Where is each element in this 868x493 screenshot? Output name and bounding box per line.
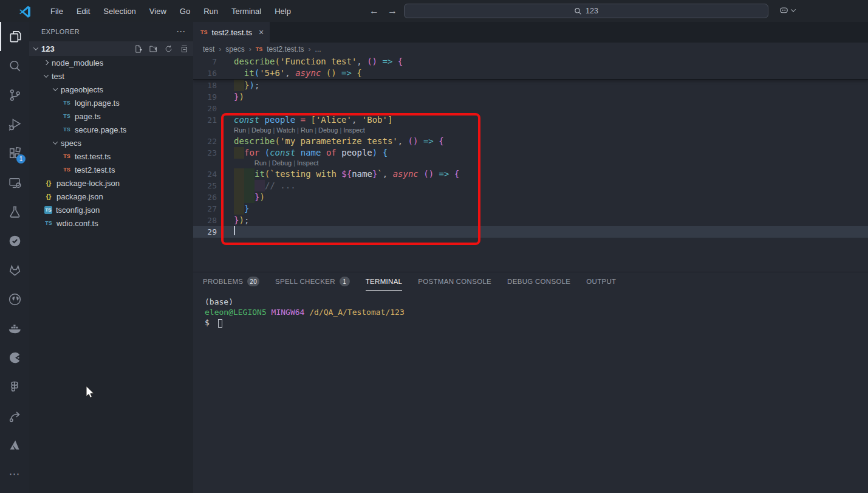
activity-extensions[interactable]: 1	[0, 139, 29, 168]
menu-view[interactable]: View	[144, 4, 172, 18]
activity-github[interactable]	[0, 284, 29, 314]
code-line-24[interactable]: 24it(`testing with ${name}`, async () =>…	[193, 168, 868, 180]
breadcrumb-test[interactable]: test	[203, 45, 214, 53]
code-line-23[interactable]: 23for (const name of people) {	[193, 147, 868, 159]
codelens-separator: |	[295, 126, 301, 134]
code-line-7[interactable]: 7describe('Function test', () => {	[193, 56, 868, 67]
panel-tab-problems[interactable]: PROBLEMS 20	[203, 272, 259, 291]
code-token: =>	[382, 56, 392, 67]
code-token: of	[326, 147, 337, 159]
activity-testing[interactable]	[0, 197, 29, 226]
tree-file-test-test-ts[interactable]: TStest.test.ts	[29, 150, 193, 163]
code-token: ,	[383, 168, 393, 180]
codelens-debug[interactable]: Debug	[318, 126, 338, 134]
codelens-run[interactable]: Run	[255, 159, 267, 167]
code-line-22[interactable]: 22describe('my parameterize tests', () =…	[193, 136, 868, 147]
codelens-debug[interactable]: Debug	[251, 126, 271, 134]
code-line-20[interactable]: 20	[193, 103, 868, 114]
new-folder-icon[interactable]	[149, 44, 158, 53]
code-line-25[interactable]: 25// ...	[193, 180, 868, 191]
codelens-inspect[interactable]: Inspect	[297, 159, 318, 167]
terminal-content[interactable]: (base) eleon@LEGION5 MINGW64 /d/QA_A/Tes…	[193, 291, 868, 328]
activity-docker[interactable]	[0, 314, 29, 343]
title-bar: File Edit Selection View Go Run Terminal…	[0, 0, 868, 22]
terminal-input-line[interactable]: $	[205, 317, 868, 328]
menu-selection[interactable]: Selection	[98, 4, 141, 18]
code-token	[449, 168, 454, 180]
tree-file-wdio-conf-ts[interactable]: TSwdio.conf.ts	[29, 216, 193, 230]
command-center-search[interactable]: 123	[404, 4, 768, 18]
panel-tab-output[interactable]: OUTPUT	[586, 272, 616, 291]
tree-file-login-page-ts[interactable]: TSlogin.page.ts	[29, 96, 193, 109]
activity-gitlab[interactable]	[0, 255, 29, 284]
line-number: 18	[193, 80, 217, 91]
refresh-icon[interactable]	[164, 44, 173, 53]
menu-edit[interactable]: Edit	[71, 4, 95, 18]
breadcrumb-specs[interactable]: specs	[225, 45, 244, 53]
nav-forward-icon[interactable]: →	[386, 5, 398, 16]
code-token: {	[383, 147, 388, 159]
codelens-run[interactable]: Run	[301, 126, 313, 134]
tree-folder-node-modules[interactable]: node_modules	[29, 56, 193, 69]
menu-help[interactable]: Help	[269, 4, 296, 18]
explorer-more-icon[interactable]: ⋯	[176, 26, 186, 37]
tree-file-test2-test-ts[interactable]: TStest2.test.ts	[29, 163, 193, 176]
file-tree: node_modulestestpageobjectsTSlogin.page.…	[29, 56, 193, 230]
code-line-19[interactable]: 19})	[193, 91, 868, 103]
code-line-21[interactable]: 21const people = ['Alice', 'Bob']	[193, 114, 868, 126]
menu-file[interactable]: File	[45, 4, 69, 18]
explorer-root-folder[interactable]: 123	[29, 41, 193, 56]
tab-label: DEBUG CONSOLE	[507, 278, 570, 285]
activity-figma[interactable]	[0, 372, 29, 401]
codelens-debug[interactable]: Debug	[272, 159, 292, 167]
activity-share-arrow[interactable]	[0, 401, 29, 430]
code-line-29[interactable]: 29	[193, 226, 868, 238]
breadcrumb-symbol[interactable]: ...	[315, 45, 321, 53]
search-icon	[7, 58, 22, 74]
tab-close-icon[interactable]: ×	[259, 27, 264, 37]
activity-azure[interactable]	[0, 430, 29, 460]
activity-remote-explorer[interactable]	[0, 168, 29, 197]
code-line-27[interactable]: 27}	[193, 203, 868, 215]
tree-file-page-ts[interactable]: TSpage.ts	[29, 109, 193, 123]
code-editor[interactable]: 7describe('Function test', () => {16 it(…	[193, 56, 868, 272]
code-line-26[interactable]: 26})	[193, 191, 868, 203]
tab-test2-test-ts[interactable]: TS test2.test.ts ×	[193, 22, 270, 43]
activity-run-debug[interactable]	[0, 109, 29, 139]
codelens-inspect[interactable]: Inspect	[343, 126, 364, 134]
ts-file-icon: TS	[63, 167, 71, 173]
activity-media-circle[interactable]	[0, 343, 29, 372]
menu-run[interactable]: Run	[198, 4, 224, 18]
chevron-down-icon	[44, 72, 49, 77]
activity-check-extension[interactable]	[0, 226, 29, 255]
activity-explorer[interactable]	[0, 22, 29, 51]
code-line-18[interactable]: 18});	[193, 80, 868, 91]
panel-tab-debug-console[interactable]: DEBUG CONSOLE	[507, 272, 570, 291]
panel-tab-postman-console[interactable]: POSTMAN CONSOLE	[418, 272, 491, 291]
menu-terminal[interactable]: Terminal	[226, 4, 267, 18]
new-file-icon[interactable]	[134, 44, 143, 53]
menu-go[interactable]: Go	[174, 4, 196, 18]
tree-file-tsconfig-json[interactable]: TStsconfig.json	[29, 203, 193, 216]
codelens-run[interactable]: Run	[234, 126, 246, 134]
activity-more[interactable]: ⋯	[0, 460, 29, 489]
activity-source-control[interactable]	[0, 80, 29, 109]
tree-file-package-json[interactable]: {}package.json	[29, 190, 193, 203]
activity-search[interactable]	[0, 51, 29, 80]
tree-file-package-lock-json[interactable]: {}package-lock.json	[29, 176, 193, 190]
breadcrumb-separator: ›	[309, 45, 311, 53]
nav-back-icon[interactable]: ←	[368, 5, 380, 16]
copilot-menu[interactable]	[779, 5, 795, 15]
code-line-28[interactable]: 28});	[193, 215, 868, 226]
code-line-16[interactable]: 16 it('5+6', async () => {	[193, 67, 868, 79]
collapse-all-icon[interactable]	[179, 44, 188, 53]
codelens-watch[interactable]: Watch	[276, 126, 295, 134]
tree-folder-pageobjects[interactable]: pageobjects	[29, 83, 193, 96]
panel-tab-spell-checker[interactable]: SPELL CHECKER 1	[275, 272, 350, 291]
tree-folder-specs[interactable]: specs	[29, 136, 193, 150]
tree-file-secure-page-ts[interactable]: TSsecure.page.ts	[29, 123, 193, 136]
panel-tab-terminal[interactable]: TERMINAL	[366, 272, 403, 291]
tree-folder-test[interactable]: test	[29, 69, 193, 83]
breadcrumb-file[interactable]: test2.test.ts	[267, 45, 304, 53]
code-token: ,	[352, 114, 362, 126]
